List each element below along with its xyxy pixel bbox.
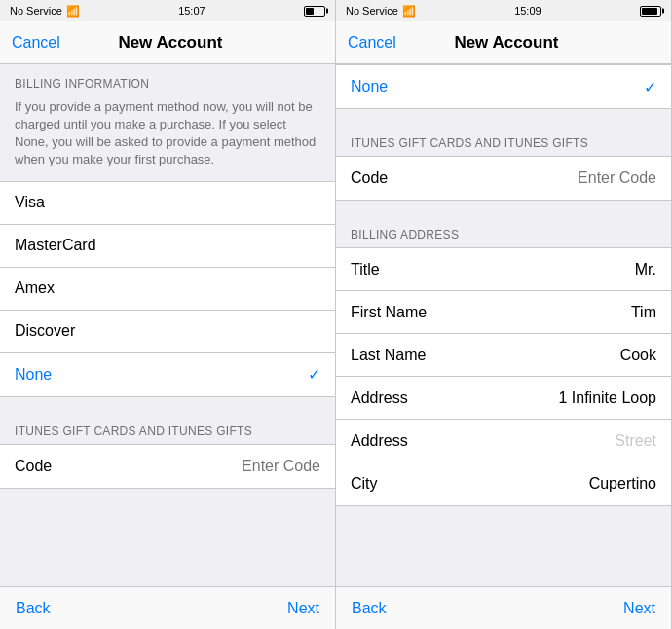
gift-code-section-2: Code <box>336 156 671 201</box>
nav-title-2: New Account <box>454 33 558 53</box>
address2-value: Street <box>615 432 656 450</box>
amex-option: Amex <box>15 279 55 297</box>
checkmark-icon-2: ✓ <box>644 78 656 96</box>
gift-section-header-2: ITUNES GIFT CARDS AND ITUNES GIFTS <box>336 127 671 156</box>
address2-label: Address <box>351 432 408 450</box>
none-option: None <box>15 366 52 384</box>
section-gap-2 <box>336 109 671 127</box>
city-value: Cupertino <box>589 475 656 493</box>
gift-section-header-1: ITUNES GIFT CARDS AND ITUNES GIFTS <box>0 415 335 444</box>
lastname-value: Cook <box>620 347 656 364</box>
battery-icon-2 <box>640 6 661 17</box>
billing-address-section: Title Mr. First Name Tim Last Name Cook … <box>336 247 671 506</box>
title-row[interactable]: Title Mr. <box>336 248 671 291</box>
none-label-2: None <box>351 78 388 95</box>
back-button-1[interactable]: Back <box>16 600 51 617</box>
address2-row[interactable]: Address Street <box>336 420 671 462</box>
billing-info-block: BILLING INFORMATION If you provide a pay… <box>0 64 335 181</box>
none-selected-row[interactable]: None ✓ <box>336 65 671 108</box>
firstname-label: First Name <box>351 304 427 321</box>
nav-title-1: New Account <box>118 33 222 53</box>
address1-value: 1 Infinite Loop <box>558 389 656 407</box>
cancel-button-2[interactable]: Cancel <box>348 34 396 52</box>
title-label: Title <box>351 261 380 278</box>
code-row-2: Code <box>336 157 671 200</box>
list-item[interactable]: Amex <box>0 268 335 311</box>
list-item[interactable]: MasterCard <box>0 225 335 268</box>
checkmark-icon: ✓ <box>308 365 320 384</box>
code-input-2[interactable] <box>481 169 656 187</box>
battery-fill-2 <box>642 8 657 15</box>
next-button-2[interactable]: Next <box>623 600 655 617</box>
discover-option: Discover <box>15 322 75 340</box>
cancel-button-1[interactable]: Cancel <box>12 34 60 52</box>
status-bar-2: No Service 📶 15:09 <box>336 0 671 21</box>
nav-bar-2: Cancel New Account <box>336 21 671 64</box>
section-gap-1 <box>0 397 335 415</box>
nav-bar-1: Cancel New Account <box>0 21 335 64</box>
city-label: City <box>351 475 378 493</box>
code-input-1[interactable] <box>145 458 320 475</box>
battery-icon-1 <box>304 6 325 17</box>
billing-info-body: If you provide a payment method now, you… <box>15 98 320 169</box>
battery-area-2 <box>640 6 661 17</box>
title-value: Mr. <box>635 261 656 278</box>
lastname-label: Last Name <box>351 347 426 364</box>
code-label-2: Code <box>351 169 388 187</box>
content-2: None ✓ ITUNES GIFT CARDS AND ITUNES GIFT… <box>336 64 671 586</box>
panel-2: No Service 📶 15:09 Cancel New Account No… <box>336 0 672 629</box>
mastercard-option: MasterCard <box>15 237 96 254</box>
billing-info-heading: BILLING INFORMATION <box>15 76 320 92</box>
time-2: 15:09 <box>514 5 541 17</box>
code-label-1: Code <box>15 458 52 475</box>
wifi-icon-1: 📶 <box>66 5 80 18</box>
visa-option: Visa <box>15 194 45 211</box>
address1-label: Address <box>351 389 408 407</box>
lastname-row[interactable]: Last Name Cook <box>336 334 671 377</box>
list-item[interactable]: Visa <box>0 182 335 225</box>
list-item[interactable]: Discover <box>0 311 335 353</box>
firstname-value: Tim <box>631 304 656 321</box>
payment-options-section: Visa MasterCard Amex Discover None ✓ <box>0 181 335 397</box>
battery-fill-1 <box>306 8 314 15</box>
city-row[interactable]: City Cupertino <box>336 462 671 505</box>
status-bar-1: No Service 📶 15:07 <box>0 0 335 21</box>
panel-1: No Service 📶 15:07 Cancel New Account BI… <box>0 0 336 629</box>
back-button-2[interactable]: Back <box>352 600 387 617</box>
billing-address-header: BILLING ADDRESS <box>336 218 671 247</box>
battery-area-1 <box>304 6 325 17</box>
time-1: 15:07 <box>178 5 205 17</box>
code-row-1: Code <box>0 445 335 488</box>
firstname-row[interactable]: First Name Tim <box>336 291 671 334</box>
gift-code-section-1: Code <box>0 444 335 489</box>
none-option-row[interactable]: None ✓ <box>0 353 335 396</box>
content-1: BILLING INFORMATION If you provide a pay… <box>0 64 335 586</box>
carrier-1: No Service <box>10 5 62 17</box>
none-section: None ✓ <box>336 64 671 109</box>
address1-row[interactable]: Address 1 Infinite Loop <box>336 377 671 420</box>
next-button-1[interactable]: Next <box>287 600 319 617</box>
bottom-bar-2: Back Next <box>336 586 671 629</box>
carrier-2: No Service <box>346 5 398 17</box>
carrier-area-1: No Service 📶 <box>10 5 80 18</box>
wifi-icon-2: 📶 <box>402 5 416 18</box>
carrier-area-2: No Service 📶 <box>346 5 416 18</box>
section-gap-3 <box>336 201 671 218</box>
bottom-bar-1: Back Next <box>0 586 335 629</box>
